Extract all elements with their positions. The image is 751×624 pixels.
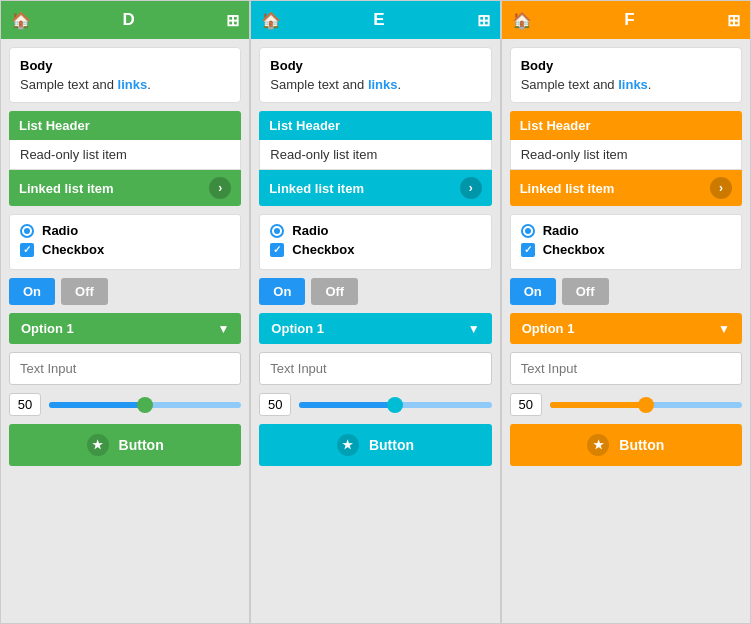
main-button-e[interactable]: ★ Button [259, 424, 491, 466]
checkbox-label-f: Checkbox [543, 242, 605, 257]
button-section-d: ★ Button [9, 424, 241, 466]
radio-row-e[interactable]: Radio [270, 223, 480, 238]
text-input-d[interactable] [9, 352, 241, 385]
main-button-f[interactable]: ★ Button [510, 424, 742, 466]
checkbox-label-d: Checkbox [42, 242, 104, 257]
column-d-title: D [31, 10, 226, 30]
radio-row-d[interactable]: Radio [20, 223, 230, 238]
grid-icon-f[interactable]: ⊞ [727, 11, 740, 30]
column-e-header: 🏠 E ⊞ [251, 1, 499, 39]
star-icon-d: ★ [87, 434, 109, 456]
checkbox-row-e[interactable]: ✓ Checkbox [270, 242, 480, 257]
home-icon-f[interactable]: 🏠 [512, 11, 532, 30]
slider-thumb-e[interactable] [387, 397, 403, 413]
text-input-section-f [510, 352, 742, 385]
slider-value-e: 50 [259, 393, 291, 416]
dropdown-btn-f[interactable]: Option 1 ▼ [510, 313, 742, 344]
dropdown-arrow-f: ▼ [718, 322, 730, 336]
toggle-off-d[interactable]: Off [61, 278, 108, 305]
dropdown-btn-e[interactable]: Option 1 ▼ [259, 313, 491, 344]
button-section-e: ★ Button [259, 424, 491, 466]
columns-wrapper: 🏠 D ⊞ Body Sample text and links. List H… [0, 0, 751, 624]
radio-dot-e [270, 224, 284, 238]
toggle-off-f[interactable]: Off [562, 278, 609, 305]
slider-track-d[interactable] [49, 402, 241, 408]
button-label-d: Button [119, 437, 164, 453]
body-link-f[interactable]: links [618, 77, 648, 92]
radio-dot-inner-f [525, 228, 531, 234]
body-title-f: Body [521, 58, 731, 73]
controls-section-f: Radio ✓ Checkbox [510, 214, 742, 270]
column-d: 🏠 D ⊞ Body Sample text and links. List H… [0, 0, 250, 624]
slider-thumb-f[interactable] [638, 397, 654, 413]
list-linked-e[interactable]: Linked list item › [259, 170, 491, 206]
radio-label-d: Radio [42, 223, 78, 238]
radio-dot-f [521, 224, 535, 238]
home-icon-e[interactable]: 🏠 [261, 11, 281, 30]
slider-thumb-d[interactable] [137, 397, 153, 413]
grid-icon-d[interactable]: ⊞ [226, 11, 239, 30]
grid-icon-e[interactable]: ⊞ [477, 11, 490, 30]
dropdown-section-d: Option 1 ▼ [9, 313, 241, 344]
checkbox-row-f[interactable]: ✓ Checkbox [521, 242, 731, 257]
body-title-e: Body [270, 58, 480, 73]
slider-track-e[interactable] [299, 402, 491, 408]
toggle-on-f[interactable]: On [510, 278, 556, 305]
list-header-f: List Header [510, 111, 742, 140]
dropdown-btn-d[interactable]: Option 1 ▼ [9, 313, 241, 344]
list-section-d: List Header Read-only list item Linked l… [9, 111, 241, 206]
star-icon-e: ★ [337, 434, 359, 456]
toggle-section-e: On Off [259, 278, 491, 305]
dropdown-selected-e: Option 1 [271, 321, 324, 336]
slider-value-d: 50 [9, 393, 41, 416]
column-e-title: E [281, 10, 476, 30]
column-f-title: F [532, 10, 727, 30]
checkbox-box-f: ✓ [521, 243, 535, 257]
radio-dot-inner-e [274, 228, 280, 234]
dropdown-arrow-e: ▼ [468, 322, 480, 336]
list-section-e: List Header Read-only list item Linked l… [259, 111, 491, 206]
controls-section-d: Radio ✓ Checkbox [9, 214, 241, 270]
checkbox-row-d[interactable]: ✓ Checkbox [20, 242, 230, 257]
radio-row-f[interactable]: Radio [521, 223, 731, 238]
list-readonly-e: Read-only list item [259, 140, 491, 170]
list-linked-arrow-f: › [710, 177, 732, 199]
controls-section-e: Radio ✓ Checkbox [259, 214, 491, 270]
column-e: 🏠 E ⊞ Body Sample text and links. List H… [250, 0, 500, 624]
checkbox-label-e: Checkbox [292, 242, 354, 257]
slider-track-f[interactable] [550, 402, 742, 408]
toggle-section-f: On Off [510, 278, 742, 305]
home-icon-d[interactable]: 🏠 [11, 11, 31, 30]
slider-fill-f [550, 402, 646, 408]
body-text-e: Sample text and links. [270, 77, 480, 92]
list-linked-f[interactable]: Linked list item › [510, 170, 742, 206]
body-title-d: Body [20, 58, 230, 73]
column-f: 🏠 F ⊞ Body Sample text and links. List H… [501, 0, 751, 624]
list-section-f: List Header Read-only list item Linked l… [510, 111, 742, 206]
text-input-f[interactable] [510, 352, 742, 385]
slider-fill-d [49, 402, 145, 408]
body-text-d: Sample text and links. [20, 77, 230, 92]
slider-section-d: 50 [9, 393, 241, 416]
toggle-off-e[interactable]: Off [311, 278, 358, 305]
text-input-section-d [9, 352, 241, 385]
text-input-e[interactable] [259, 352, 491, 385]
radio-dot-inner-d [24, 228, 30, 234]
column-d-header: 🏠 D ⊞ [1, 1, 249, 39]
button-label-f: Button [619, 437, 664, 453]
dropdown-section-f: Option 1 ▼ [510, 313, 742, 344]
dropdown-section-e: Option 1 ▼ [259, 313, 491, 344]
list-readonly-f: Read-only list item [510, 140, 742, 170]
toggle-on-e[interactable]: On [259, 278, 305, 305]
radio-label-e: Radio [292, 223, 328, 238]
list-linked-arrow-e: › [460, 177, 482, 199]
body-link-d[interactable]: links [118, 77, 148, 92]
body-link-e[interactable]: links [368, 77, 398, 92]
slider-section-e: 50 [259, 393, 491, 416]
checkbox-box-e: ✓ [270, 243, 284, 257]
radio-dot-d [20, 224, 34, 238]
list-linked-d[interactable]: Linked list item › [9, 170, 241, 206]
toggle-on-d[interactable]: On [9, 278, 55, 305]
main-button-d[interactable]: ★ Button [9, 424, 241, 466]
list-header-d: List Header [9, 111, 241, 140]
